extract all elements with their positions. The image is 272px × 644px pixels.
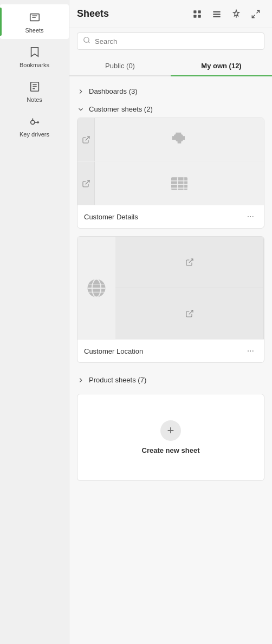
tab-public[interactable]: Public (0) xyxy=(69,56,171,75)
svg-rect-9 xyxy=(193,10,196,13)
card-customer-location: Customer Location ··· xyxy=(77,236,264,363)
sidebar-item-notes[interactable]: Notes xyxy=(0,74,69,108)
customer-location-footer: Customer Location ··· xyxy=(77,340,264,362)
pin-button[interactable] xyxy=(228,5,245,23)
svg-rect-12 xyxy=(198,15,201,17)
puzzle-icon xyxy=(169,129,190,151)
puzzle-preview xyxy=(95,118,264,161)
sidebar-item-sheets[interactable]: Sheets xyxy=(0,4,69,39)
search-icon xyxy=(83,36,90,46)
loc-side-top xyxy=(115,237,264,288)
create-new-sheet-label: Create new sheet xyxy=(142,446,200,454)
external-link-icon-2 xyxy=(82,179,90,188)
sidebar-item-sheets-label: Sheets xyxy=(25,27,43,34)
main-header: Sheets xyxy=(69,0,272,28)
table-preview xyxy=(95,162,264,205)
external-link-icon xyxy=(82,135,90,144)
chevron-right-icon xyxy=(77,88,85,95)
sidebar-item-bookmarks[interactable]: Bookmarks xyxy=(0,39,69,74)
svg-rect-14 xyxy=(213,14,221,15)
header-actions xyxy=(189,5,264,23)
key-drivers-icon xyxy=(27,114,42,129)
preview-row-bottom xyxy=(77,161,264,205)
section-product-sheets-label: Product sheets (7) xyxy=(89,376,146,384)
loc-side-bottom xyxy=(115,288,264,340)
svg-rect-11 xyxy=(193,15,196,17)
plus-icon: + xyxy=(160,420,181,441)
search-bar xyxy=(77,32,264,50)
section-customer-sheets-label: Customer sheets (2) xyxy=(89,105,153,113)
preview-side-icon-1 xyxy=(77,118,95,161)
svg-line-21 xyxy=(85,136,89,140)
svg-line-20 xyxy=(88,42,90,43)
customer-details-title: Customer Details xyxy=(84,213,138,221)
card-customer-details: Customer Details ··· xyxy=(77,118,264,229)
external-link-icon-loc-bottom xyxy=(185,309,194,318)
sidebar: Sheets Bookmarks Notes xyxy=(0,0,69,644)
content-area: Dashboards (3) Customer sheets (2) xyxy=(69,76,272,644)
svg-line-22 xyxy=(85,180,89,184)
svg-point-7 xyxy=(30,120,34,124)
preview-side-icon-2 xyxy=(77,162,95,205)
notes-icon xyxy=(27,79,42,94)
section-dashboards-label: Dashboards (3) xyxy=(89,87,138,95)
tabs: Public (0) My own (12) xyxy=(69,56,272,76)
tab-my-own[interactable]: My own (12) xyxy=(171,56,272,75)
svg-point-19 xyxy=(84,37,89,42)
page-title: Sheets xyxy=(77,8,109,19)
globe-preview xyxy=(77,237,115,339)
customer-details-more-button[interactable]: ··· xyxy=(244,211,257,223)
chevron-right-icon-2 xyxy=(77,376,85,384)
customer-details-footer: Customer Details ··· xyxy=(77,205,264,228)
preview-row-top xyxy=(77,118,264,161)
sidebar-item-bookmarks-label: Bookmarks xyxy=(20,62,49,68)
svg-line-35 xyxy=(189,310,192,314)
svg-line-17 xyxy=(257,10,260,13)
customer-details-preview xyxy=(77,118,264,205)
grid-view-button[interactable] xyxy=(189,5,206,23)
sidebar-item-key-drivers-label: Key drivers xyxy=(20,131,49,138)
list-view-button[interactable] xyxy=(208,5,225,23)
svg-rect-13 xyxy=(213,11,221,12)
sheets-icon xyxy=(27,10,42,25)
create-new-sheet-button[interactable]: + Create new sheet xyxy=(77,394,264,481)
svg-line-18 xyxy=(252,15,255,17)
section-customer-sheets[interactable]: Customer sheets (2) xyxy=(77,100,264,118)
globe-icon xyxy=(85,276,108,300)
customer-location-title: Customer Location xyxy=(84,347,143,355)
chevron-down-icon xyxy=(77,106,85,113)
search-input[interactable] xyxy=(95,37,258,45)
svg-rect-15 xyxy=(213,16,221,17)
table-icon xyxy=(169,173,190,194)
section-dashboards[interactable]: Dashboards (3) xyxy=(77,82,264,100)
external-link-icon-loc-top xyxy=(185,258,194,266)
sidebar-item-notes-label: Notes xyxy=(27,96,42,103)
sidebar-item-key-drivers[interactable]: Key drivers xyxy=(0,108,69,143)
svg-rect-10 xyxy=(198,10,201,13)
bookmarks-icon xyxy=(27,44,42,60)
section-product-sheets[interactable]: Product sheets (7) xyxy=(77,370,264,388)
svg-line-29 xyxy=(189,259,192,263)
main-content: Sheets xyxy=(69,0,272,644)
customer-location-more-button[interactable]: ··· xyxy=(244,345,257,357)
customer-location-preview xyxy=(77,237,264,340)
expand-button[interactable] xyxy=(247,5,264,23)
